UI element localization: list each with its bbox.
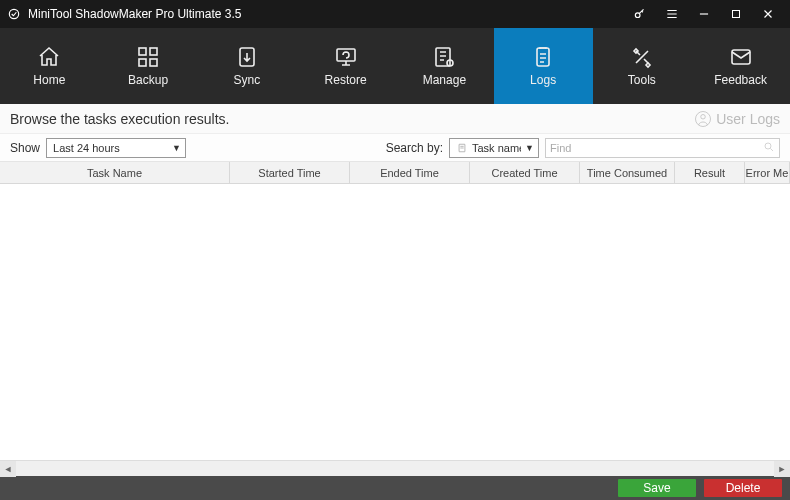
nav-restore[interactable]: Restore — [296, 28, 395, 104]
svg-rect-9 — [537, 48, 549, 66]
user-logs-label: User Logs — [716, 111, 780, 127]
scroll-track[interactable] — [16, 461, 774, 477]
col-result[interactable]: Result — [675, 162, 745, 183]
nav-logs[interactable]: Logs — [494, 28, 593, 104]
nav-sync[interactable]: Sync — [198, 28, 297, 104]
svg-rect-2 — [139, 48, 146, 55]
svg-rect-7 — [436, 48, 450, 66]
col-error-message[interactable]: Error Me — [745, 162, 790, 183]
svg-point-0 — [635, 13, 640, 18]
show-dropdown[interactable]: Last 24 hours ▼ — [46, 138, 186, 158]
key-icon[interactable] — [624, 0, 656, 28]
show-label: Show — [10, 141, 40, 155]
footer: Save Delete — [0, 476, 790, 500]
search-by-value: Task name — [472, 142, 521, 154]
nav-label: Feedback — [714, 73, 767, 87]
nav-feedback[interactable]: Feedback — [691, 28, 790, 104]
svg-point-12 — [701, 114, 706, 119]
col-task-name[interactable]: Task Name — [0, 162, 230, 183]
search-icon — [763, 141, 775, 155]
svg-rect-4 — [139, 59, 146, 66]
menu-icon[interactable] — [656, 0, 688, 28]
subheader: Browse the tasks execution results. User… — [0, 104, 790, 134]
scroll-left-button[interactable]: ◄ — [0, 461, 16, 477]
svg-rect-5 — [150, 59, 157, 66]
horizontal-scrollbar[interactable]: ◄ ► — [0, 460, 790, 476]
title-bar: MiniTool ShadowMaker Pro Ultimate 3.5 — [0, 0, 790, 28]
search-by-label: Search by: — [386, 141, 443, 155]
maximize-button[interactable] — [720, 0, 752, 28]
svg-rect-1 — [733, 11, 740, 18]
scroll-right-button[interactable]: ► — [774, 461, 790, 477]
nav-label: Logs — [530, 73, 556, 87]
nav-manage[interactable]: Manage — [395, 28, 494, 104]
app-logo-icon — [6, 6, 22, 22]
delete-button[interactable]: Delete — [704, 479, 782, 497]
svg-point-14 — [765, 143, 771, 149]
svg-rect-3 — [150, 48, 157, 55]
minimize-button[interactable] — [688, 0, 720, 28]
show-dropdown-value: Last 24 hours — [53, 142, 168, 154]
page-heading: Browse the tasks execution results. — [10, 111, 694, 127]
col-ended-time[interactable]: Ended Time — [350, 162, 470, 183]
search-by-dropdown[interactable]: Task name ▼ — [449, 138, 539, 158]
svg-rect-10 — [732, 50, 750, 64]
nav-label: Tools — [628, 73, 656, 87]
task-icon — [456, 142, 468, 154]
nav-label: Sync — [234, 73, 261, 87]
col-time-consumed[interactable]: Time Consumed — [580, 162, 675, 183]
col-started-time[interactable]: Started Time — [230, 162, 350, 183]
nav-label: Home — [33, 73, 65, 87]
nav-label: Manage — [423, 73, 466, 87]
chevron-down-icon: ▼ — [172, 143, 181, 153]
find-input[interactable] — [550, 142, 763, 154]
nav-label: Restore — [325, 73, 367, 87]
col-created-time[interactable]: Created Time — [470, 162, 580, 183]
nav-home[interactable]: Home — [0, 28, 99, 104]
nav-label: Backup — [128, 73, 168, 87]
close-button[interactable] — [752, 0, 784, 28]
table-body — [0, 184, 790, 460]
save-button[interactable]: Save — [618, 479, 696, 497]
filter-bar: Show Last 24 hours ▼ Search by: Task nam… — [0, 134, 790, 162]
main-nav: Home Backup Sync Restore Manage Logs Too… — [0, 28, 790, 104]
nav-backup[interactable]: Backup — [99, 28, 198, 104]
nav-tools[interactable]: Tools — [593, 28, 692, 104]
user-logs-button[interactable]: User Logs — [694, 110, 780, 128]
svg-rect-6 — [337, 49, 355, 61]
app-title: MiniTool ShadowMaker Pro Ultimate 3.5 — [28, 7, 241, 21]
find-box[interactable] — [545, 138, 780, 158]
table-header: Task Name Started Time Ended Time Create… — [0, 162, 790, 184]
chevron-down-icon: ▼ — [525, 143, 534, 153]
